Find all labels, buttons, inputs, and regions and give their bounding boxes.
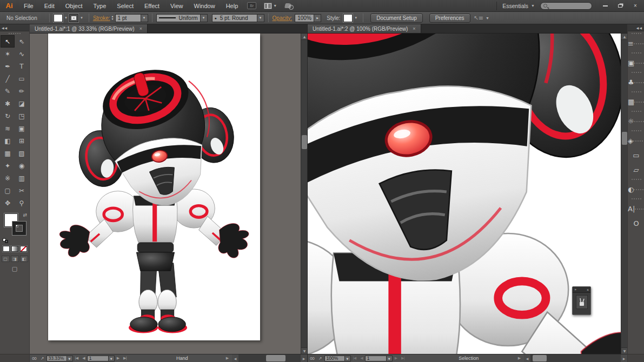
next-artboard-icon[interactable]: ▶ bbox=[395, 356, 397, 360]
cs-live-icon[interactable] bbox=[284, 2, 293, 9]
artboard-dropdown[interactable]: ▼ bbox=[109, 356, 115, 361]
vertical-scrollbar-1[interactable]: ▲ ▼ bbox=[301, 33, 307, 354]
scroll-left-icon[interactable]: ◀ bbox=[232, 354, 238, 362]
stroke-caret-icon[interactable]: ▼ bbox=[78, 16, 85, 19]
scroll-left-icon[interactable]: ◀ bbox=[524, 354, 530, 362]
first-artboard-icon[interactable]: |◀ bbox=[75, 356, 78, 360]
type-tool[interactable]: T bbox=[15, 60, 29, 72]
select-similar-options[interactable]: ↖≡ ▼ bbox=[474, 15, 489, 22]
magic-wand-tool[interactable]: ✶ bbox=[1, 48, 15, 60]
next-artboard-icon[interactable]: ▶ bbox=[117, 356, 119, 360]
scroll-thumb[interactable] bbox=[266, 355, 286, 361]
prev-artboard-icon[interactable]: ◀ bbox=[360, 356, 362, 360]
first-artboard-icon[interactable]: |◀ bbox=[353, 356, 356, 360]
variable-width-dropdown[interactable]: ▼ bbox=[201, 14, 208, 22]
style-caret-icon[interactable]: ▼ bbox=[353, 16, 359, 19]
scroll-thumb[interactable] bbox=[622, 132, 627, 145]
slice-tool[interactable]: ✂ bbox=[15, 184, 29, 197]
screen-mode-button[interactable]: ▢ bbox=[12, 265, 17, 272]
last-artboard-icon[interactable]: ▶| bbox=[401, 356, 404, 360]
brushes-panel-icon[interactable] bbox=[576, 295, 588, 309]
scale-tool[interactable]: ◳ bbox=[15, 110, 29, 122]
bridge-icon[interactable]: Br bbox=[247, 2, 256, 9]
artboards-panel[interactable]: ▭ bbox=[628, 148, 644, 163]
scroll-down-icon[interactable]: ▼ bbox=[621, 347, 627, 354]
workspace-switcher[interactable]: Essentials ▼ bbox=[496, 2, 540, 10]
swatches-panel[interactable]: ▦ bbox=[628, 95, 644, 109]
scroll-right-icon[interactable]: ▶ bbox=[621, 354, 627, 362]
scroll-thumb[interactable] bbox=[533, 355, 547, 361]
blob-brush-tool[interactable]: ✱ bbox=[1, 97, 15, 110]
document-tab-1[interactable]: Untitled-1.ai*:1 @ 33.33% (RGB/Preview) … bbox=[30, 24, 148, 33]
gradient-panel[interactable]: ◐ bbox=[628, 182, 644, 197]
menu-object[interactable]: Object bbox=[60, 0, 88, 12]
tools-collapse-button[interactable]: ◀◀ bbox=[0, 24, 29, 31]
stroke-weight-dropdown[interactable]: ▼ bbox=[141, 14, 148, 22]
fill-caret-icon[interactable]: ▼ bbox=[63, 16, 69, 19]
stroke-color-indicator[interactable] bbox=[12, 222, 26, 235]
perspective-grid-tool[interactable]: ⊞ bbox=[15, 135, 29, 147]
opacity-link[interactable]: Opacity: bbox=[273, 15, 293, 21]
selection-tool[interactable]: ↖ bbox=[1, 35, 15, 48]
stroke-weight-stepper[interactable]: ▲ ▼ bbox=[111, 15, 114, 21]
menu-help[interactable]: Help bbox=[221, 0, 244, 12]
zoom-dropdown[interactable]: ▼ bbox=[345, 356, 351, 361]
prev-artboard-icon[interactable]: ◀ bbox=[82, 356, 84, 360]
spin-down-icon[interactable]: ▼ bbox=[111, 18, 114, 21]
menu-view[interactable]: View bbox=[165, 0, 189, 12]
blend-tool[interactable]: ◉ bbox=[15, 159, 29, 172]
variable-width-field[interactable]: Uniform bbox=[156, 14, 201, 22]
menu-effect[interactable]: Effect bbox=[139, 0, 165, 12]
rotate-tool[interactable]: ↻ bbox=[1, 110, 15, 122]
color-mode-button[interactable] bbox=[3, 246, 10, 252]
expand-panel-icon[interactable]: » bbox=[574, 287, 576, 292]
rectangle-tool[interactable]: ▭ bbox=[15, 72, 29, 85]
brush-definition-field[interactable]: ● 5 pt. Round bbox=[212, 14, 257, 22]
zoom-level-field[interactable]: 33.33% bbox=[47, 356, 67, 361]
lasso-tool[interactable]: ∿ bbox=[15, 48, 29, 60]
zoom-level-field[interactable]: 100% bbox=[324, 356, 345, 361]
width-tool[interactable]: ≋ bbox=[1, 122, 15, 135]
scroll-up-icon[interactable]: ▲ bbox=[621, 33, 627, 40]
search-input[interactable] bbox=[547, 3, 585, 9]
menu-window[interactable]: Window bbox=[189, 0, 221, 12]
character-panel[interactable]: A| bbox=[628, 202, 644, 216]
artboard[interactable] bbox=[48, 33, 260, 340]
menu-select[interactable]: Select bbox=[111, 0, 139, 12]
eraser-tool[interactable]: ◪ bbox=[15, 97, 29, 110]
fill-swatch[interactable] bbox=[54, 14, 63, 22]
document-tab-2[interactable]: Untitled-1.ai*:2 @ 100% (RGB/Preview) × bbox=[308, 24, 421, 33]
artboard-tool[interactable]: ▢ bbox=[1, 184, 15, 197]
zoom-tool[interactable]: ⚲ bbox=[15, 197, 29, 209]
symbols-panel[interactable]: ♣ bbox=[628, 75, 644, 90]
gradient-mode-button[interactable] bbox=[11, 246, 18, 252]
opacity-spinner[interactable]: ▶ bbox=[314, 14, 321, 22]
export-icon[interactable]: ↗ bbox=[318, 356, 322, 361]
minimize-button[interactable] bbox=[599, 2, 612, 10]
layers-panel[interactable]: ◈ bbox=[628, 133, 644, 148]
dock-expand-button[interactable]: ◀◀ bbox=[628, 24, 644, 31]
preferences-button[interactable]: Preferences bbox=[429, 14, 470, 23]
opentype-panel[interactable]: O bbox=[628, 216, 644, 231]
menu-type[interactable]: Type bbox=[88, 0, 112, 12]
line-segment-tool[interactable]: ╱ bbox=[1, 72, 15, 85]
artboard-number-field[interactable]: 1 bbox=[365, 356, 387, 361]
direct-selection-tool[interactable]: ⇖ bbox=[15, 35, 29, 48]
none-mode-button[interactable] bbox=[20, 246, 27, 252]
artboard-number-field[interactable]: 1 bbox=[87, 356, 109, 361]
stroke-weight-field[interactable]: 1 pt bbox=[115, 14, 141, 22]
canvas-viewport-1[interactable]: ▲ ▼ bbox=[30, 33, 307, 354]
arrange-documents-icon[interactable]: ▼ bbox=[264, 3, 277, 9]
column-graph-tool[interactable]: ▥ bbox=[15, 172, 29, 184]
horizontal-scrollbar-2[interactable]: ◀ ▶ bbox=[524, 354, 627, 362]
color-panel[interactable]: ≡ bbox=[628, 36, 644, 51]
menu-edit[interactable]: Edit bbox=[39, 0, 60, 12]
stroke-link[interactable]: Stroke: bbox=[93, 15, 110, 21]
free-transform-tool[interactable]: ▣ bbox=[15, 122, 29, 135]
scroll-right-icon[interactable]: ▶ bbox=[301, 354, 307, 362]
zoom-dropdown[interactable]: ▼ bbox=[67, 356, 73, 361]
export-icon[interactable]: ↗ bbox=[41, 356, 44, 361]
close-icon[interactable]: × bbox=[140, 26, 142, 31]
search-box[interactable] bbox=[540, 2, 592, 10]
scroll-thumb[interactable] bbox=[302, 135, 307, 149]
